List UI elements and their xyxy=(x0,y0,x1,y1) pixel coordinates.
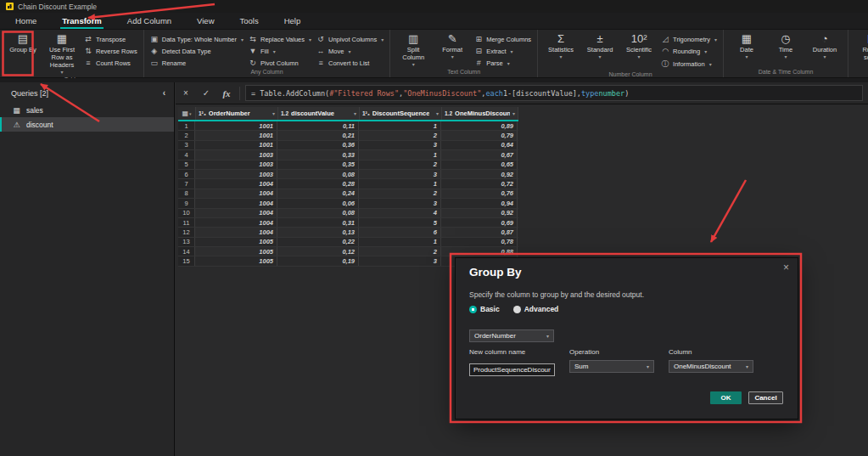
scientific-button[interactable]: 10²Scientific▾ xyxy=(622,31,656,59)
row-number[interactable]: 1 xyxy=(178,121,195,130)
duration-button[interactable]: ◔Duration▾ xyxy=(808,31,842,59)
row-number[interactable]: 3 xyxy=(178,141,195,149)
cell[interactable]: 0,67 xyxy=(441,150,518,159)
cell[interactable]: 0,22 xyxy=(277,238,359,246)
cell[interactable]: 3 xyxy=(359,141,441,149)
tab-home[interactable]: Home xyxy=(14,14,38,28)
cell[interactable]: 0,11 xyxy=(277,121,359,130)
column-header-oneminusdiscount[interactable]: 1.2OneMinusDiscount▾ xyxy=(442,107,518,120)
cell[interactable]: 1004 xyxy=(195,189,277,198)
select-all-corner[interactable]: ▦▾ xyxy=(178,107,196,120)
convert-to-list-button[interactable]: ≡Convert to List xyxy=(316,59,384,67)
query-item-discount[interactable]: ⚠discount xyxy=(0,117,174,132)
row-number[interactable]: 2 xyxy=(178,131,195,139)
time-button[interactable]: ◷Time▾ xyxy=(769,31,803,59)
row-number[interactable]: 4 xyxy=(178,150,195,159)
cell[interactable]: 0,72 xyxy=(441,179,518,188)
parse-button[interactable]: #Parse▾ xyxy=(474,59,531,67)
cell[interactable]: 1 xyxy=(359,150,441,159)
filter-dropdown-icon[interactable]: ▾ xyxy=(436,110,439,116)
row-number[interactable]: 7 xyxy=(178,179,195,188)
cell[interactable]: 0,19 xyxy=(277,256,359,265)
cell[interactable]: 0,87 xyxy=(441,228,518,236)
trigonometry-button[interactable]: ◿Trigonometry▾ xyxy=(661,35,717,43)
extract-button[interactable]: ⊟Extract▾ xyxy=(474,47,531,55)
cell[interactable]: 1004 xyxy=(195,228,277,236)
cell[interactable]: 0,36 xyxy=(277,141,359,149)
cell[interactable]: 1 xyxy=(359,238,441,246)
transpose-button[interactable]: ⇄Transpose xyxy=(84,35,137,43)
cell[interactable]: 1005 xyxy=(195,247,277,256)
new-column-name-input[interactable] xyxy=(469,363,555,376)
cell[interactable]: 0,33 xyxy=(277,150,359,159)
cell[interactable]: 0,64 xyxy=(441,141,518,149)
tab-transform[interactable]: Transform xyxy=(60,14,103,28)
cancel-button[interactable]: Cancel xyxy=(748,391,783,404)
group-by-column-dropdown[interactable]: OrderNumber ▾ xyxy=(469,329,554,342)
row-number[interactable]: 5 xyxy=(178,160,195,169)
cell[interactable]: 0,69 xyxy=(441,218,518,227)
move-button[interactable]: ↔Move▾ xyxy=(316,47,384,55)
cell[interactable]: 1 xyxy=(359,179,441,188)
filter-dropdown-icon[interactable]: ▾ xyxy=(272,110,275,116)
date-button[interactable]: ▦Date▾ xyxy=(730,31,764,59)
replace-values-button[interactable]: ⇆Replace Values▾ xyxy=(249,35,311,43)
row-number[interactable]: 15 xyxy=(178,256,195,265)
row-number[interactable]: 11 xyxy=(178,218,195,227)
cell[interactable]: 2 xyxy=(359,160,441,169)
cell[interactable]: 0,13 xyxy=(277,228,359,236)
cell[interactable]: 1001 xyxy=(195,121,277,130)
cell[interactable]: 0,12 xyxy=(277,247,359,256)
fill-button[interactable]: ▼Fill▾ xyxy=(249,47,311,55)
cell[interactable]: 1005 xyxy=(195,256,277,265)
use-first-row-as-headers-button[interactable]: ▦Use First Row as Headers▾ xyxy=(45,31,79,75)
cell[interactable]: 0,35 xyxy=(277,160,359,169)
cell[interactable]: 0,79 xyxy=(441,131,518,139)
rename-button[interactable]: ▭Rename xyxy=(150,59,244,67)
detect-data-type-button[interactable]: ◈Detect Data Type xyxy=(150,47,244,55)
row-number[interactable]: 8 xyxy=(178,189,195,198)
discard-formula-icon[interactable]: × xyxy=(176,88,196,98)
cell[interactable]: 0,92 xyxy=(441,170,518,178)
cell[interactable]: 0,78 xyxy=(441,238,518,246)
cell[interactable]: 0,94 xyxy=(441,199,518,207)
row-number[interactable]: 13 xyxy=(178,238,195,246)
cell[interactable]: 1003 xyxy=(195,150,277,159)
cell[interactable]: 0,08 xyxy=(277,170,359,178)
cell[interactable]: 1004 xyxy=(195,209,277,217)
cell[interactable]: 1005 xyxy=(195,238,277,246)
reverse-rows-button[interactable]: ⇅Reverse Rows xyxy=(84,47,137,55)
cell[interactable]: 0,31 xyxy=(277,218,359,227)
advanced-radio[interactable]: Advanced xyxy=(513,305,559,313)
row-number[interactable]: 9 xyxy=(178,199,195,207)
cell[interactable]: 0,76 xyxy=(441,189,518,198)
cell[interactable]: 5 xyxy=(359,218,441,227)
row-number[interactable]: 10 xyxy=(178,209,195,217)
cell[interactable]: 0,08 xyxy=(277,209,359,217)
tab-tools[interactable]: Tools xyxy=(238,14,260,28)
collapse-pane-icon[interactable]: ‹ xyxy=(163,88,165,98)
cell[interactable]: 6 xyxy=(359,228,441,236)
pivot-column-button[interactable]: ↻Pivot Column xyxy=(249,59,311,67)
column-header-discountsequence[interactable]: 1²₃DiscountSequence▾ xyxy=(360,107,442,120)
rounding-button[interactable]: ◠Rounding▾ xyxy=(661,47,717,55)
tab-view[interactable]: View xyxy=(195,14,216,28)
cell[interactable]: 0,21 xyxy=(277,131,359,139)
column-header-ordernumber[interactable]: 1²₃OrderNumber▾ xyxy=(196,107,278,120)
column-header-discountvalue[interactable]: 1.2discountValue▾ xyxy=(278,107,360,120)
query-item-sales[interactable]: ▦sales xyxy=(0,103,174,117)
column-dropdown[interactable]: OneMinusDiscount ▾ xyxy=(669,360,753,373)
cell[interactable]: 0,24 xyxy=(277,189,359,198)
cell[interactable]: 3 xyxy=(359,199,441,207)
cell[interactable]: 0,92 xyxy=(441,209,518,217)
information-button[interactable]: ⓘInformation▾ xyxy=(661,59,717,70)
statistics-button[interactable]: ΣStatistics▾ xyxy=(544,31,578,59)
cell[interactable]: 2 xyxy=(359,131,441,139)
cell[interactable]: 0,89 xyxy=(441,121,518,130)
cell[interactable]: 2 xyxy=(359,189,441,198)
tab-help[interactable]: Help xyxy=(283,14,303,28)
split-column-button[interactable]: ▥Split Column▾ xyxy=(396,31,430,67)
basic-radio[interactable]: Basic xyxy=(469,305,500,313)
cell[interactable]: 0,88 xyxy=(441,247,518,256)
row-number[interactable]: 14 xyxy=(178,247,195,256)
